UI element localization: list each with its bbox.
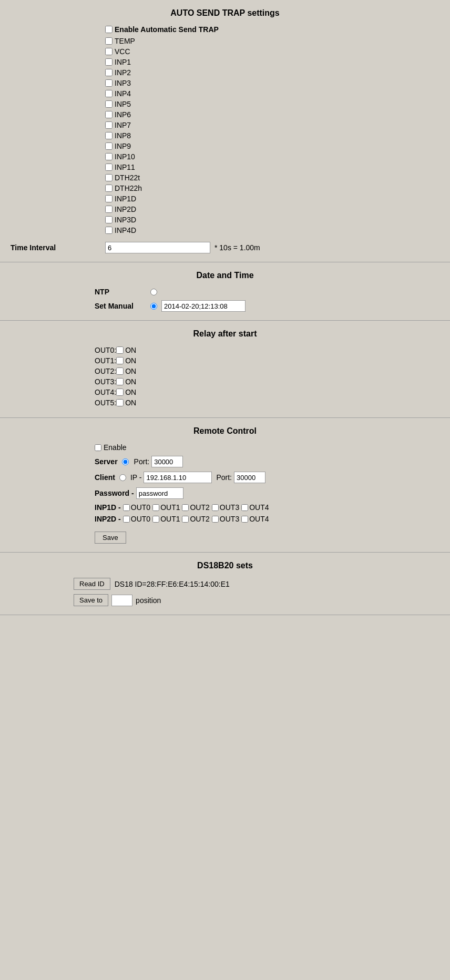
rc-inp2d-out4[interactable]	[241, 516, 248, 523]
relay-out0-checkbox[interactable]	[116, 346, 124, 354]
checkbox-inp4d[interactable]	[105, 227, 112, 234]
rc-client-row: Client IP - Port:	[11, 472, 439, 483]
ds-position-label: position	[136, 596, 161, 605]
relay-out5-label: OUT5:	[95, 399, 116, 407]
time-interval-calc: * 10s = 1.00m	[214, 243, 260, 252]
auto-send-trap-section: AUTO SEND TRAP settings Enable Automatic…	[0, 0, 450, 262]
checkbox-inp4[interactable]	[105, 90, 112, 97]
checkbox-inp3-row: INP3	[11, 79, 439, 87]
ntp-radio[interactable]	[150, 289, 157, 295]
checkbox-inp9[interactable]	[105, 142, 112, 150]
rc-password-input[interactable]	[136, 487, 183, 499]
remote-control-title: Remote Control	[11, 426, 439, 436]
checkbox-dth22t[interactable]	[105, 174, 112, 181]
read-id-button[interactable]: Read ID	[74, 578, 110, 590]
relay-out1-row: OUT1: ON	[11, 356, 439, 365]
label-inp1d: INP1D	[115, 195, 136, 203]
relay-out1-checkbox[interactable]	[116, 357, 124, 364]
rc-client-label: Client	[95, 473, 115, 482]
time-interval-input[interactable]	[105, 242, 210, 253]
checkbox-inp1d[interactable]	[105, 195, 112, 202]
relay-out2-on: ON	[125, 367, 136, 375]
relay-out1-on: ON	[125, 356, 136, 365]
ds-save-row: Save to position	[11, 594, 439, 606]
time-interval-label: Time Interval	[11, 243, 105, 252]
checkbox-vcc[interactable]	[105, 48, 112, 55]
relay-out4-on: ON	[125, 388, 136, 396]
rc-client-radio[interactable]	[119, 474, 126, 481]
checkbox-inp6[interactable]	[105, 111, 112, 118]
relay-section: Relay after start OUT0: ON OUT1: ON OUT2…	[0, 321, 450, 418]
checkbox-dth22h[interactable]	[105, 185, 112, 192]
rc-inp2d-out0[interactable]	[123, 516, 130, 523]
checkbox-inp10[interactable]	[105, 153, 112, 160]
checkbox-inp1d-row: INP1D	[11, 195, 439, 203]
relay-out4-label: OUT4:	[95, 388, 116, 396]
rc-server-radio[interactable]	[122, 458, 129, 465]
rc-client-ip-input[interactable]	[144, 472, 212, 483]
rc-inp2d-row: INP2D - OUT0 OUT1 OUT2 OUT3 OUT4	[11, 515, 439, 523]
checkbox-inp8[interactable]	[105, 132, 112, 139]
rc-inp2d-out1[interactable]	[152, 516, 159, 523]
save-to-button[interactable]: Save to	[74, 594, 108, 606]
save-button[interactable]: Save	[95, 532, 126, 544]
rc-inp2d-out2[interactable]	[182, 516, 189, 523]
checkbox-inp2[interactable]	[105, 69, 112, 76]
checkbox-inp11-row: INP11	[11, 163, 439, 171]
relay-out5-on: ON	[125, 399, 136, 407]
checkbox-inp2d[interactable]	[105, 206, 112, 213]
manual-label: Set Manual	[95, 302, 147, 310]
checkbox-inp3d[interactable]	[105, 216, 112, 223]
rc-server-port-input[interactable]	[151, 456, 183, 467]
checkbox-inp11[interactable]	[105, 164, 112, 171]
relay-out3-label: OUT3:	[95, 377, 116, 386]
ds-position-input[interactable]	[111, 595, 132, 606]
ds18b20-section: DS18B20 sets Read ID DS18 ID=28:FF:E6:E4…	[0, 553, 450, 615]
checkbox-temp[interactable]	[105, 37, 112, 45]
relay-out2-checkbox[interactable]	[116, 368, 124, 375]
checkbox-inp4d-row: INP4D	[11, 226, 439, 234]
label-inp7: INP7	[115, 121, 131, 129]
rc-inp2d-out2-label: OUT2	[190, 515, 209, 523]
relay-out4-checkbox[interactable]	[116, 389, 124, 396]
checkbox-inp7[interactable]	[105, 121, 112, 129]
rc-inp1d-out2[interactable]	[182, 504, 189, 511]
manual-radio[interactable]	[150, 303, 157, 310]
relay-out3-checkbox[interactable]	[116, 378, 124, 385]
rc-inp2d-out3[interactable]	[212, 516, 219, 523]
rc-inp1d-out1[interactable]	[152, 504, 159, 511]
ds-id-text: DS18 ID=28:FF:E6:E4:15:14:00:E1	[115, 580, 230, 588]
rc-inp1d-out0[interactable]	[123, 504, 130, 511]
rc-server-row: Server Port:	[11, 456, 439, 467]
relay-title: Relay after start	[11, 329, 439, 339]
checkbox-inp5[interactable]	[105, 100, 112, 108]
label-inp3: INP3	[115, 79, 131, 87]
rc-inp1d-out4[interactable]	[241, 504, 248, 511]
label-inp11: INP11	[115, 163, 135, 171]
checkbox-inp1[interactable]	[105, 58, 112, 66]
label-inp2d: INP2D	[115, 205, 136, 213]
checkbox-inp3[interactable]	[105, 79, 112, 87]
relay-out5-checkbox[interactable]	[116, 399, 124, 406]
checkbox-inp2-row: INP2	[11, 68, 439, 77]
rc-inp2d-label: INP2D -	[95, 515, 121, 523]
label-inp6: INP6	[115, 110, 131, 119]
rc-client-port-input[interactable]	[234, 472, 265, 483]
rc-server-label: Server	[95, 457, 118, 466]
enable-auto-trap-row: Enable Automatic Send TRAP	[11, 25, 439, 34]
checkbox-inp5-row: INP5	[11, 100, 439, 108]
rc-inp1d-out3[interactable]	[212, 504, 219, 511]
rc-inp2d-out4-label: OUT4	[249, 515, 269, 523]
rc-client-ip-label: IP -	[130, 473, 142, 482]
manual-datetime-input[interactable]	[161, 300, 246, 312]
checkbox-dth22h-row: DTH22h	[11, 184, 439, 192]
rc-client-port-label: Port:	[216, 473, 232, 482]
time-interval-row: Time Interval * 10s = 1.00m	[11, 239, 439, 253]
enable-auto-trap-checkbox[interactable]	[105, 26, 112, 33]
label-inp4: INP4	[115, 89, 131, 98]
checkbox-inp3d-row: INP3D	[11, 216, 439, 224]
relay-out2-label: OUT2:	[95, 367, 116, 375]
checkbox-inp2d-row: INP2D	[11, 205, 439, 213]
rc-inp2d-out0-label: OUT0	[131, 515, 150, 523]
rc-enable-checkbox[interactable]	[95, 444, 101, 451]
